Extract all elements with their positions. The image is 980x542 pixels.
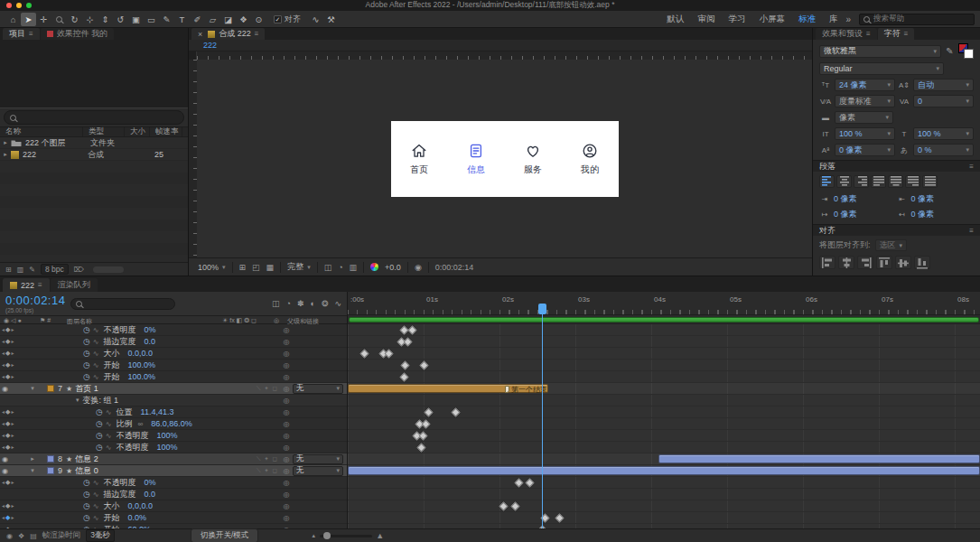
property-value[interactable]: 0%	[145, 478, 156, 487]
baseline-shift-select[interactable]: 0 像素▾	[835, 144, 895, 156]
property-row-比例[interactable]: ◂◆▸◷∿比例∞86.0,86.0%◎	[0, 418, 347, 430]
keyframe-icon[interactable]	[515, 479, 524, 488]
keyframe-icon[interactable]	[510, 502, 519, 511]
align-right-button[interactable]	[854, 175, 869, 188]
brush-tool[interactable]: ✐	[190, 13, 205, 26]
property-row-不透明度[interactable]: ◂◆▸◷∿不透明度0%◎	[0, 477, 347, 489]
column-header-名称[interactable]: 名称	[0, 127, 83, 136]
new-composition-icon[interactable]: ✎	[29, 266, 35, 274]
workspace-小屏幕[interactable]: 小屏幕	[759, 14, 785, 25]
property-row-开始[interactable]: ◂◆▸◷∿开始100.0%◎	[0, 371, 347, 383]
property-value[interactable]: 0.0	[145, 337, 156, 346]
keyframe-icon[interactable]	[416, 444, 425, 453]
align-center-button[interactable]	[836, 175, 852, 188]
type-tool[interactable]: T	[174, 13, 190, 26]
tab-project[interactable]: 项目 ≡	[3, 28, 40, 40]
panel-menu-icon[interactable]: ≡	[255, 30, 259, 38]
stopwatch-icon[interactable]: ◷	[96, 443, 103, 452]
project-search-input[interactable]	[4, 110, 184, 125]
cti-handle[interactable]	[538, 304, 546, 314]
keyframe-icon[interactable]	[407, 326, 416, 335]
keyframe-navigator[interactable]: ◂◆▸	[2, 408, 14, 416]
parent-pick-whip-icon[interactable]: ◎	[280, 467, 293, 475]
parent-select[interactable]: 无▾	[293, 384, 343, 394]
align-layers-left-button[interactable]	[819, 256, 835, 269]
property-row-不透明度[interactable]: ◂◆▸◷∿不透明度100%◎	[0, 442, 347, 453]
parent-select[interactable]: 无▾	[293, 466, 343, 476]
comp-timecode[interactable]: 0:00:02:14	[435, 263, 474, 272]
project-item[interactable]: ▸222合成25	[0, 149, 188, 161]
keyframe-navigator[interactable]: ◂◆▸	[2, 361, 14, 369]
parent-pick-whip-icon[interactable]: ◎	[280, 444, 293, 452]
layer-marker[interactable]: 第一个结束	[505, 385, 547, 394]
property-row-大小[interactable]: ◂◆▸◷∿大小0,0,0.0◎	[0, 500, 347, 512]
keyframe-icon[interactable]	[525, 479, 534, 488]
workspace-标准[interactable]: 标准	[798, 14, 816, 25]
region-of-interest-icon[interactable]: ▦	[266, 263, 275, 272]
layer-row-首页 1[interactable]: ◉▾7★首页 1⟍ ✦ ◻◎无▾	[0, 383, 347, 395]
project-footer-slider[interactable]	[93, 266, 124, 273]
transparency-grid-icon[interactable]: ◫	[324, 263, 332, 272]
stopwatch-icon[interactable]: ◷	[83, 372, 90, 381]
nav-item-首页[interactable]: 首页	[391, 121, 448, 197]
draft-3d-icon[interactable]: ◔	[285, 299, 290, 308]
hide-shy-layers-icon[interactable]: ✽	[297, 299, 304, 308]
graph-editor-icon[interactable]: ∿	[334, 299, 341, 308]
zoom-knob[interactable]	[323, 532, 331, 539]
align-panel-header[interactable]: 对齐 ≡	[813, 224, 980, 236]
nav-item-我的[interactable]: 我的	[562, 121, 619, 197]
keyframe-icon[interactable]	[425, 408, 434, 417]
keyframe-navigator[interactable]: ◂◆▸	[2, 479, 14, 486]
property-value[interactable]: 0%	[145, 325, 156, 334]
color-channels-icon[interactable]	[370, 263, 378, 271]
twirl-icon[interactable]: ▾	[76, 397, 79, 404]
parent-pick-whip-icon[interactable]: ◎	[280, 350, 293, 358]
mask-feather-tool[interactable]: ∿	[308, 13, 323, 26]
space-before-field[interactable]: ↦0 像素	[819, 207, 897, 222]
interpret-footage-icon[interactable]: ⊞	[5, 266, 12, 274]
parent-pick-whip-icon[interactable]: ◎	[280, 479, 293, 487]
align-layers-v-center-button[interactable]	[895, 256, 911, 269]
snapshot-icon[interactable]: ◉	[415, 263, 422, 272]
selection-tool[interactable]: ➤	[21, 13, 36, 26]
vertical-scale-select[interactable]: 100 %▾	[835, 127, 895, 140]
horizontal-scale-select[interactable]: 100 %▾	[913, 127, 974, 140]
pen-tool[interactable]: ✎	[159, 13, 174, 26]
property-value[interactable]: 100%	[157, 431, 178, 440]
keyframe-icon[interactable]	[421, 420, 430, 429]
layer-name-column[interactable]: 图层名称	[67, 317, 92, 326]
keyframe-navigator[interactable]: ◂◆▸	[2, 326, 14, 333]
font-family-select[interactable]: 微软雅黑▾	[819, 45, 941, 58]
group-row[interactable]: ▾变换: 组 1◎	[0, 395, 347, 406]
layer-color-chip[interactable]	[47, 455, 54, 463]
stopwatch-icon[interactable]: ◷	[83, 337, 90, 346]
zoom-tool[interactable]	[51, 13, 67, 26]
parent-pick-whip-icon[interactable]: ◎	[280, 361, 293, 369]
property-value[interactable]: 11.4,41.3	[141, 407, 174, 416]
twirl-icon[interactable]: ▸	[27, 455, 38, 463]
layer-name[interactable]: 信息 0	[75, 465, 98, 477]
keyframe-navigator[interactable]: ◂◆▸	[2, 420, 14, 427]
panel-menu-icon[interactable]: ≡	[866, 30, 871, 38]
stopwatch-icon[interactable]: ◷	[83, 349, 90, 358]
fullscreen-window-button[interactable]	[26, 3, 32, 8]
parent-pick-whip-icon[interactable]: ◎	[280, 514, 293, 522]
layer-row-信息 0[interactable]: ◉▾9★信息 0⟍ ✦ ◻◎无▾	[0, 465, 347, 477]
parent-pick-whip-icon[interactable]: ◎	[280, 373, 293, 381]
align-layers-right-button[interactable]	[857, 256, 873, 269]
parent-pick-whip-icon[interactable]: ◎	[280, 397, 293, 405]
twirl-icon[interactable]: ▸	[0, 151, 11, 158]
keyframe-navigator[interactable]: ◂◆▸	[2, 432, 14, 439]
property-row-描边宽度[interactable]: ◂◆▸◷∿描边宽度0.0◎	[0, 336, 347, 348]
workspace-审阅[interactable]: 审阅	[697, 14, 714, 25]
tsume-select[interactable]: 0 %▾	[913, 144, 974, 156]
exposure-value[interactable]: +0.0	[385, 263, 401, 272]
pan-camera-tool[interactable]: ⊹	[82, 13, 98, 26]
keyframe-icon[interactable]	[452, 408, 461, 417]
font-style-select[interactable]: Regular▾	[819, 62, 944, 75]
property-row-描边宽度[interactable]: ◷∿描边宽度0.0◎	[0, 489, 347, 500]
property-row-不透明度[interactable]: ◂◆▸◷∿不透明度100%◎	[0, 430, 347, 442]
snap-align-checkbox[interactable]: ✓ 对齐	[274, 14, 301, 25]
new-folder-icon[interactable]: ▥	[17, 266, 24, 274]
text-color-swatch[interactable]	[958, 43, 974, 59]
